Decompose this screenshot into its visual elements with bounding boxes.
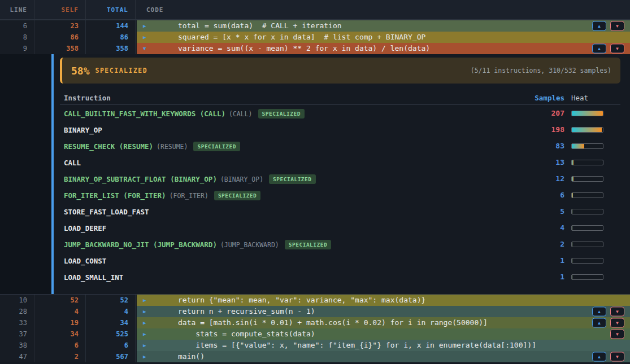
line-detail-panel: 58% SPECIALIZED (5/11 instructions, 310/… bbox=[0, 54, 630, 295]
instruction-name-cell: FOR_ITER_LIST (FOR_ITER)(FOR_ITER)SPECIA… bbox=[64, 190, 529, 201]
expand-arrow-icon[interactable]: ▶ bbox=[143, 295, 151, 306]
instruction-row: LOAD_SMALL_INT1 bbox=[60, 269, 620, 285]
collapse-arrow-icon[interactable]: ▼ bbox=[143, 43, 151, 54]
row-actions: ▲▼ bbox=[592, 307, 624, 317]
self-samples: 6 bbox=[34, 340, 86, 351]
total-samples: 567 bbox=[86, 351, 136, 362]
move-up-button[interactable]: ▲ bbox=[592, 44, 606, 54]
move-down-button[interactable]: ▼ bbox=[610, 352, 624, 362]
instruction-name: LOAD_SMALL_INT bbox=[64, 273, 123, 282]
specialized-badge: SPECIALIZED bbox=[258, 109, 305, 119]
instruction-samples: 1 bbox=[529, 273, 564, 281]
move-down-button[interactable]: ▼ bbox=[610, 318, 624, 328]
specialized-label: SPECIALIZED bbox=[95, 67, 148, 74]
move-down-button[interactable]: ▼ bbox=[610, 44, 624, 54]
instruction-samples: 6 bbox=[529, 191, 564, 199]
code-cell[interactable]: ▶main()▲▼ bbox=[137, 351, 630, 362]
instruction-name: LOAD_DEREF bbox=[64, 224, 106, 233]
instruction-name-cell: CALL_BUILTIN_FAST_WITH_KEYWORDS (CALL)(C… bbox=[64, 108, 529, 119]
heat-bar bbox=[571, 143, 603, 149]
code-cell[interactable]: ▶ stats = compute_stats(data)▼ bbox=[137, 328, 630, 340]
heat-bar-fill bbox=[572, 242, 572, 247]
heat-bar-fill bbox=[572, 226, 572, 230]
heat-bar bbox=[571, 225, 603, 231]
instruction-column-header: Instruction bbox=[64, 94, 529, 102]
up-arrow-icon: ▲ bbox=[597, 354, 602, 359]
self-samples: 19 bbox=[34, 317, 86, 328]
code-rows-bottom: 105252▶return {"mean": mean, "var": vari… bbox=[0, 295, 630, 362]
expand-arrow-icon[interactable]: ▶ bbox=[143, 32, 151, 43]
panel-left-gutter bbox=[0, 54, 51, 294]
code-cell[interactable]: ▶data = [math.sin(i * 0.01) + math.cos(i… bbox=[137, 317, 630, 328]
down-arrow-icon: ▼ bbox=[615, 24, 620, 29]
code-line-row: 623144▶total = sum(data) # CALL + iterat… bbox=[0, 20, 630, 32]
instruction-row: FOR_ITER_LIST (FOR_ITER)(FOR_ITER)SPECIA… bbox=[60, 187, 620, 203]
down-arrow-icon: ▼ bbox=[615, 354, 620, 359]
instruction-name-cell: BINARY_OP_SUBTRACT_FLOAT (BINARY_OP)(BIN… bbox=[64, 173, 529, 185]
instruction-family: (RESUME) bbox=[157, 143, 188, 151]
expand-arrow-icon[interactable]: ▶ bbox=[143, 20, 151, 32]
move-up-button[interactable]: ▲ bbox=[592, 21, 606, 31]
move-down-button[interactable]: ▼ bbox=[610, 330, 624, 339]
expand-arrow-icon[interactable]: ▶ bbox=[143, 351, 151, 362]
code-cell[interactable]: ▶return n + recursive_sum(n - 1)▲▼ bbox=[137, 306, 630, 317]
move-down-button[interactable]: ▼ bbox=[610, 307, 624, 317]
total-samples: 52 bbox=[86, 295, 136, 306]
code-text: stats = compute_stats(data) bbox=[178, 328, 315, 340]
line-number: 6 bbox=[0, 20, 34, 32]
heat-bar bbox=[571, 111, 603, 116]
expand-arrow-icon[interactable]: ▶ bbox=[143, 317, 151, 328]
instruction-name-cell: LOAD_CONST bbox=[64, 255, 529, 266]
instruction-name: CALL_BUILTIN_FAST_WITH_KEYWORDS (CALL) bbox=[64, 109, 225, 118]
heat-bar-fill bbox=[572, 160, 573, 165]
instruction-name: RESUME_CHECK (RESUME) bbox=[64, 142, 153, 151]
code-cell[interactable]: ▼variance = sum((x - mean) ** 2 for x in… bbox=[137, 43, 630, 54]
instruction-name-cell: BINARY_OP bbox=[64, 124, 529, 135]
line-number: 28 bbox=[0, 306, 34, 317]
instruction-name: LOAD_CONST bbox=[64, 257, 106, 265]
code-cell[interactable]: ▶return {"mean": mean, "var": variance, … bbox=[137, 295, 630, 306]
move-down-button[interactable]: ▼ bbox=[610, 21, 624, 31]
code-cell[interactable]: ▶squared = [x * x for x in data] # list … bbox=[137, 32, 630, 43]
heat-bar-fill bbox=[572, 193, 573, 198]
instruction-samples: 2 bbox=[529, 240, 564, 248]
heat-bar bbox=[571, 160, 603, 165]
total-samples: 525 bbox=[86, 328, 136, 340]
heat-bar-fill bbox=[572, 275, 572, 279]
instruction-name: BINARY_OP bbox=[64, 126, 102, 134]
move-up-button[interactable]: ▲ bbox=[592, 307, 606, 317]
code-cell[interactable]: ▶total = sum(data) # CALL + iteration▲▼ bbox=[137, 20, 630, 32]
row-actions: ▲▼ bbox=[592, 44, 624, 54]
instruction-name: BINARY_OP_SUBTRACT_FLOAT (BINARY_OP) bbox=[64, 175, 217, 183]
move-up-button[interactable]: ▲ bbox=[592, 352, 606, 362]
code-text: squared = [x * x for x in data] # list c… bbox=[178, 32, 425, 43]
instruction-family: (FOR_ITER) bbox=[170, 192, 208, 200]
up-arrow-icon: ▲ bbox=[597, 46, 602, 51]
move-up-button[interactable]: ▲ bbox=[592, 318, 606, 328]
heat-bar bbox=[571, 258, 603, 264]
code-line-row: 88686▶squared = [x * x for x in data] # … bbox=[0, 32, 630, 43]
heat-bar-fill bbox=[572, 128, 602, 132]
code-line-row: 2844▶return n + recursive_sum(n - 1)▲▼ bbox=[0, 306, 630, 317]
instruction-row: BINARY_OP198 bbox=[60, 121, 620, 138]
self-samples: 2 bbox=[34, 351, 86, 362]
code-cell[interactable]: ▶ items = [{"value": x, "name": f"item_{… bbox=[137, 340, 630, 351]
up-arrow-icon: ▲ bbox=[597, 321, 602, 326]
row-actions: ▼ bbox=[610, 330, 624, 339]
down-arrow-icon: ▼ bbox=[615, 46, 620, 51]
heat-bar bbox=[571, 242, 603, 247]
code-line-row: 3734525▶ stats = compute_stats(data)▼ bbox=[0, 328, 630, 340]
expand-arrow-icon[interactable]: ▶ bbox=[143, 328, 151, 340]
instruction-row: JUMP_BACKWARD_NO_JIT (JUMP_BACKWARD)(JUM… bbox=[60, 236, 620, 252]
expand-arrow-icon[interactable]: ▶ bbox=[143, 340, 151, 351]
instruction-name-cell: CALL bbox=[64, 157, 529, 168]
total-samples: 358 bbox=[86, 43, 136, 54]
column-header-self: SELF bbox=[34, 0, 86, 19]
line-number: 8 bbox=[0, 32, 34, 43]
instruction-name-cell: RESUME_CHECK (RESUME)(RESUME)SPECIALIZED bbox=[64, 141, 529, 152]
specialization-summary-card: 58% SPECIALIZED (5/11 instructions, 310/… bbox=[60, 58, 620, 84]
heat-bar-fill bbox=[572, 177, 573, 181]
line-number: 33 bbox=[0, 317, 34, 328]
expand-arrow-icon[interactable]: ▶ bbox=[143, 306, 151, 317]
row-actions: ▲▼ bbox=[592, 318, 624, 328]
